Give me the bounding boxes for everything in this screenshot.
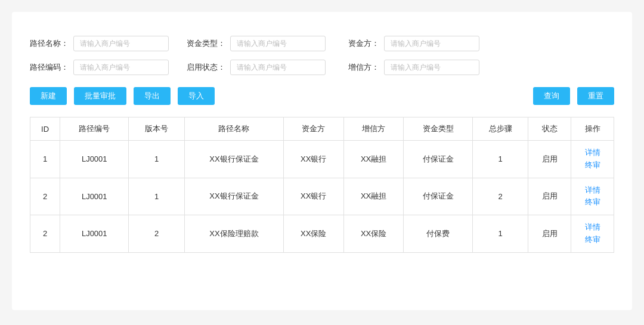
label-path-code-input: 路径编码： (30, 62, 69, 73)
table-cell: 1 (472, 141, 528, 178)
table-cell: 启用 (528, 178, 571, 215)
final-review-link[interactable]: 终审 (576, 196, 609, 209)
toolbar: 新建批量审批导出导入查询重置 (30, 87, 614, 105)
table-row: 2LJ00011XX银行保证金XX银行XX融担付保证金2启用详情终审 (30, 178, 614, 215)
fund-type-input[interactable] (230, 36, 326, 51)
table-cell: LJ0001 (60, 215, 129, 253)
fund-party-input[interactable] (384, 36, 479, 51)
table-cell: 2 (129, 215, 185, 253)
col-header: 资金类型 (404, 117, 472, 141)
form-item-fund-type-input: 资金类型： (187, 36, 326, 51)
form-item-status-input: 启用状态： (187, 60, 326, 75)
label-status-input: 启用状态： (187, 62, 225, 73)
form-row-1: 路径名称：资金类型：资金方： (30, 36, 614, 51)
table-section: ID路径编号版本号路径名称资金方增信方资金类型总步骤状态操作 1LJ00011X… (30, 117, 614, 253)
page-container: 路径名称：资金类型：资金方： 路径编码：启用状态：增信方： 新建批量审批导出导入… (12, 12, 632, 310)
col-header: 增信方 (343, 117, 404, 141)
action-cell: 详情终审 (571, 215, 614, 253)
export-button[interactable]: 导出 (134, 87, 171, 105)
table-cell: XX保险 (343, 215, 404, 253)
table-cell: 付保证金 (404, 178, 472, 215)
table-cell: LJ0001 (60, 178, 129, 215)
form-item-fund-party-input: 资金方： (343, 36, 479, 51)
table-cell: XX银行 (283, 141, 343, 178)
detail-link[interactable]: 详情 (576, 147, 609, 159)
data-table: ID路径编号版本号路径名称资金方增信方资金类型总步骤状态操作 1LJ00011X… (30, 117, 614, 253)
table-cell: 1 (472, 215, 528, 253)
col-header: 操作 (571, 117, 614, 141)
table-cell: 1 (30, 141, 60, 178)
label-path-name-input: 路径名称： (30, 38, 69, 49)
col-header: 总步骤 (472, 117, 528, 141)
filter-form: 路径名称：资金类型：资金方： 路径编码：启用状态：增信方： (30, 36, 614, 75)
final-review-link[interactable]: 终审 (576, 159, 609, 172)
form-item-path-code-input: 路径编码： (30, 60, 169, 75)
detail-link[interactable]: 详情 (576, 221, 609, 234)
col-header: 路径编号 (60, 117, 129, 141)
action-cell: 详情终审 (571, 141, 614, 178)
path-name-input[interactable] (73, 36, 169, 51)
table-cell: XX融担 (343, 178, 404, 215)
table-row: 2LJ00012XX保险理赔款XX保险XX保险付保费1启用详情终审 (30, 215, 614, 253)
table-cell: 启用 (528, 215, 571, 253)
table-cell: XX保险理赔款 (184, 215, 283, 253)
col-header: 路径名称 (184, 117, 283, 141)
table-cell: XX银行保证金 (184, 178, 283, 215)
import-button[interactable]: 导入 (178, 87, 215, 105)
table-header-row: ID路径编号版本号路径名称资金方增信方资金类型总步骤状态操作 (30, 117, 614, 141)
table-cell: 1 (129, 141, 185, 178)
final-review-link[interactable]: 终审 (576, 234, 609, 246)
label-credit-party-input: 增信方： (343, 62, 379, 73)
table-cell: XX保险 (283, 215, 343, 253)
table-cell: 1 (129, 178, 185, 215)
form-item-credit-party-input: 增信方： (343, 60, 479, 75)
table-cell: 2 (30, 178, 60, 215)
label-fund-type-input: 资金类型： (187, 38, 225, 49)
create-button[interactable]: 新建 (30, 87, 67, 105)
table-cell: XX银行保证金 (184, 141, 283, 178)
action-cell: 详情终审 (571, 178, 614, 215)
table-cell: 启用 (528, 141, 571, 178)
form-item-path-name-input: 路径名称： (30, 36, 169, 51)
table-cell: 付保证金 (404, 141, 472, 178)
col-header: 版本号 (129, 117, 185, 141)
search-button[interactable]: 查询 (533, 87, 570, 105)
credit-party-input[interactable] (384, 60, 479, 75)
batch-approve-button[interactable]: 批量审批 (74, 87, 126, 105)
detail-link[interactable]: 详情 (576, 184, 609, 197)
table-cell: 2 (472, 178, 528, 215)
table-cell: 付保费 (404, 215, 472, 253)
reset-button[interactable]: 重置 (577, 87, 614, 105)
table-cell: 2 (30, 215, 60, 253)
form-row-2: 路径编码：启用状态：增信方： (30, 60, 614, 75)
path-code-input[interactable] (73, 60, 169, 75)
col-header: 资金方 (283, 117, 343, 141)
col-header: ID (30, 117, 60, 141)
table-cell: XX融担 (343, 141, 404, 178)
table-cell: XX银行 (283, 178, 343, 215)
label-fund-party-input: 资金方： (343, 38, 379, 49)
status-input[interactable] (230, 60, 326, 75)
table-cell: LJ0001 (60, 141, 129, 178)
table-body: 1LJ00011XX银行保证金XX银行XX融担付保证金1启用详情终审2LJ000… (30, 141, 614, 253)
table-row: 1LJ00011XX银行保证金XX银行XX融担付保证金1启用详情终审 (30, 141, 614, 178)
table-header: ID路径编号版本号路径名称资金方增信方资金类型总步骤状态操作 (30, 117, 614, 141)
col-header: 状态 (528, 117, 571, 141)
